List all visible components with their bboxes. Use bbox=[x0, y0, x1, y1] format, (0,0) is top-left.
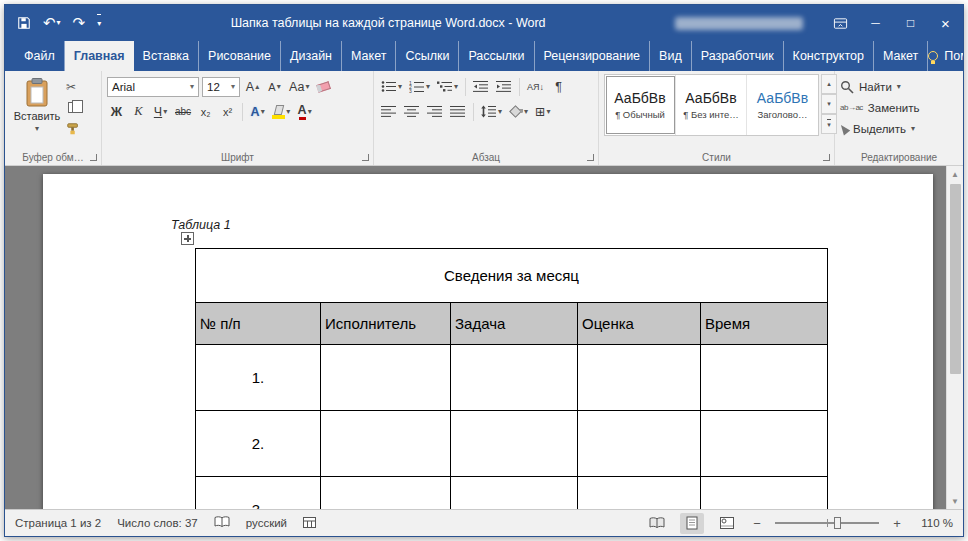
table-cell[interactable] bbox=[701, 411, 828, 477]
minimize-button[interactable]: ─ bbox=[858, 5, 893, 41]
change-case-button[interactable]: Аа▾ bbox=[287, 76, 311, 97]
font-name-combo[interactable]: Arial ▾ bbox=[107, 77, 199, 97]
text-effects-button[interactable]: А▾ bbox=[248, 101, 267, 122]
font-color-button[interactable]: А▾ bbox=[295, 101, 314, 122]
vertical-scrollbar[interactable]: ▲ ▼ bbox=[946, 166, 963, 509]
tab-home[interactable]: Главная bbox=[65, 41, 134, 71]
clipboard-dialog-launcher[interactable] bbox=[90, 154, 97, 161]
header-cell[interactable]: Оценка bbox=[578, 303, 701, 345]
tell-me-button[interactable]: Помощн bbox=[928, 49, 964, 63]
borders-button[interactable]: ⊞▾ bbox=[533, 101, 553, 122]
scroll-up-button[interactable]: ▲ bbox=[947, 166, 963, 182]
print-layout-button[interactable] bbox=[680, 513, 704, 534]
table-move-handle[interactable] bbox=[181, 232, 194, 245]
style-heading1[interactable]: АаБбВв Заголово… bbox=[747, 75, 818, 135]
find-button[interactable]: Найти ▾ bbox=[840, 78, 958, 95]
multilevel-list-button[interactable]: ▾ bbox=[435, 76, 460, 97]
zoom-level[interactable]: 110 % bbox=[915, 517, 953, 529]
clear-formatting-button[interactable] bbox=[314, 76, 333, 97]
shrink-font-button[interactable]: А▾ bbox=[265, 76, 284, 97]
subscript-button[interactable]: х₂ bbox=[196, 101, 215, 122]
tab-file[interactable]: Файл bbox=[15, 41, 65, 71]
customize-qat-button[interactable]: ▾ bbox=[97, 14, 101, 32]
replace-button[interactable]: ab→ac Заменить bbox=[840, 99, 958, 116]
row-number-cell[interactable]: 2. bbox=[196, 411, 321, 477]
header-cell[interactable]: Время bbox=[701, 303, 828, 345]
row-number-cell[interactable]: 1. bbox=[196, 345, 321, 411]
sort-button[interactable]: АЯ↓ bbox=[525, 76, 546, 97]
header-cell[interactable]: Исполнитель bbox=[321, 303, 451, 345]
tab-references[interactable]: Ссылки bbox=[396, 41, 459, 71]
table-cell[interactable] bbox=[578, 411, 701, 477]
copy-button[interactable] bbox=[66, 100, 84, 115]
table-cell[interactable] bbox=[451, 345, 578, 411]
zoom-slider-thumb[interactable] bbox=[834, 517, 841, 529]
save-button[interactable] bbox=[17, 16, 31, 30]
tab-review[interactable]: Рецензирование bbox=[535, 41, 651, 71]
font-size-combo[interactable]: 12 ▾ bbox=[202, 77, 240, 97]
zoom-out-button[interactable]: − bbox=[750, 516, 764, 531]
page-indicator[interactable]: Страница 1 из 2 bbox=[15, 517, 101, 529]
tab-insert[interactable]: Вставка bbox=[134, 41, 199, 71]
align-right-button[interactable] bbox=[425, 101, 445, 122]
tab-layout[interactable]: Макет bbox=[342, 41, 396, 71]
tab-table-design[interactable]: Конструктор bbox=[784, 41, 874, 71]
bold-button[interactable]: Ж bbox=[107, 101, 126, 122]
decrease-indent-button[interactable] bbox=[471, 76, 491, 97]
style-no-spacing[interactable]: АаБбВв ¶ Без инте… bbox=[676, 75, 747, 135]
table-cell[interactable] bbox=[701, 477, 828, 510]
tab-mailings[interactable]: Рассылки bbox=[459, 41, 534, 71]
close-button[interactable]: × bbox=[928, 5, 963, 41]
highlight-color-button[interactable]: ▾ bbox=[270, 101, 292, 122]
word-count[interactable]: Число слов: 37 bbox=[117, 517, 198, 529]
increase-indent-button[interactable] bbox=[494, 76, 514, 97]
table-cell[interactable] bbox=[578, 477, 701, 510]
table-cell[interactable] bbox=[451, 477, 578, 510]
grow-font-button[interactable]: А▴ bbox=[243, 76, 262, 97]
maximize-button[interactable]: □ bbox=[893, 5, 928, 41]
align-left-button[interactable] bbox=[379, 101, 399, 122]
undo-button[interactable]: ↶▾ bbox=[43, 15, 61, 31]
styles-dialog-launcher[interactable] bbox=[823, 154, 830, 161]
tab-table-layout[interactable]: Макет bbox=[874, 41, 928, 71]
table-cell[interactable] bbox=[321, 477, 451, 510]
italic-button[interactable]: К bbox=[129, 101, 148, 122]
proofing-status-button[interactable] bbox=[214, 516, 230, 530]
redo-button[interactable]: ↷ bbox=[73, 15, 86, 31]
scroll-down-button[interactable]: ▼ bbox=[947, 493, 963, 509]
tab-developer[interactable]: Разработчик bbox=[692, 41, 784, 71]
account-name-blurred[interactable] bbox=[675, 17, 803, 30]
cut-button[interactable]: ✂ bbox=[66, 79, 84, 94]
table-cell[interactable] bbox=[451, 411, 578, 477]
format-painter-button[interactable] bbox=[66, 121, 84, 136]
paste-button[interactable]: Вставить ▾ bbox=[10, 74, 64, 136]
align-center-button[interactable] bbox=[402, 101, 422, 122]
strikethrough-button[interactable]: abc bbox=[173, 101, 193, 122]
show-formatting-marks-button[interactable]: ¶ bbox=[549, 76, 568, 97]
shading-button[interactable]: ▾ bbox=[507, 101, 530, 122]
zoom-slider[interactable] bbox=[775, 522, 879, 524]
ribbon-display-options-button[interactable] bbox=[823, 5, 858, 41]
tab-design[interactable]: Дизайн bbox=[281, 41, 342, 71]
tab-view[interactable]: Вид bbox=[650, 41, 692, 71]
paragraph-dialog-launcher[interactable] bbox=[587, 154, 594, 161]
header-cell[interactable]: Задача bbox=[451, 303, 578, 345]
tab-draw[interactable]: Рисование bbox=[199, 41, 281, 71]
read-mode-button[interactable] bbox=[645, 513, 669, 534]
table-cell[interactable] bbox=[701, 345, 828, 411]
table-title-cell[interactable]: Сведения за месяц bbox=[196, 249, 828, 303]
justify-button[interactable] bbox=[448, 101, 468, 122]
numbering-button[interactable]: 123 ▾ bbox=[407, 76, 432, 97]
font-dialog-launcher[interactable] bbox=[362, 154, 369, 161]
bullets-button[interactable]: ▾ bbox=[379, 76, 404, 97]
row-number-cell[interactable]: 3. bbox=[196, 477, 321, 510]
macro-record-button[interactable] bbox=[303, 517, 316, 530]
header-cell[interactable]: № п/п bbox=[196, 303, 321, 345]
select-button[interactable]: Выделить ▾ bbox=[840, 120, 958, 137]
line-spacing-button[interactable]: ▾ bbox=[479, 101, 504, 122]
scrollbar-thumb[interactable] bbox=[950, 184, 961, 374]
zoom-in-button[interactable]: + bbox=[890, 516, 904, 531]
underline-button[interactable]: Ч▾ bbox=[151, 101, 170, 122]
language-indicator[interactable]: русский bbox=[246, 517, 287, 529]
web-layout-button[interactable] bbox=[715, 513, 739, 534]
